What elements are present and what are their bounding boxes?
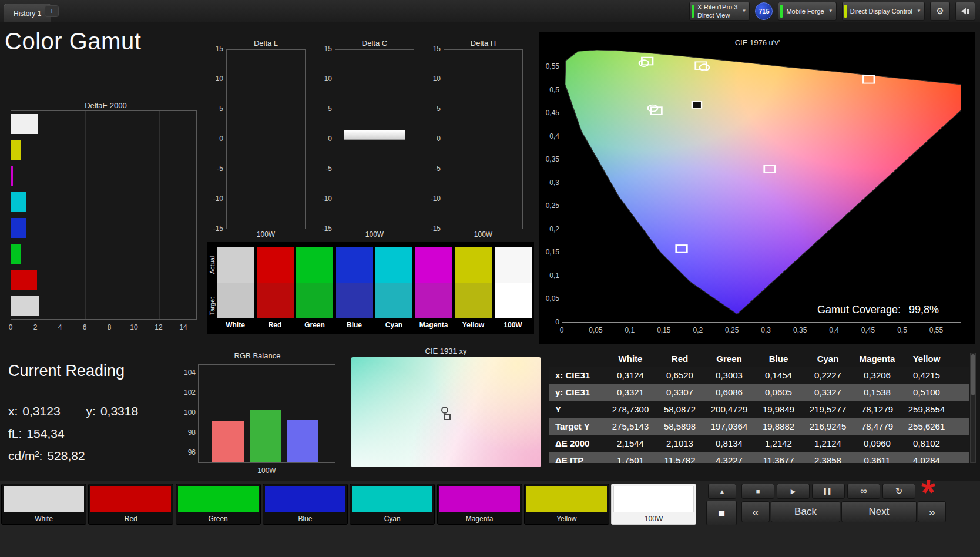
delta-gridline [335, 170, 414, 170]
delta-gridline [444, 200, 522, 200]
table-cell: 278,7300 [606, 401, 655, 418]
table-scrollbar[interactable] [970, 353, 976, 463]
page-title: Color Gamut [5, 28, 141, 55]
cie-x-tick-label: 0,1 [618, 326, 642, 334]
y-value: 0,3318 [100, 404, 138, 418]
delta-gridline [227, 170, 305, 170]
swatch-column-label: Red [257, 321, 294, 329]
actual-swatch [336, 247, 373, 283]
deltae-x-tick-label: 4 [53, 323, 67, 331]
pattern-swatch [526, 486, 607, 512]
pattern-window-button[interactable]: ■ [706, 501, 737, 525]
delta-y-tick-label: -15 [316, 224, 332, 233]
table-row-label: ΔE 2000 [549, 435, 606, 452]
table-scrollbar-thumb[interactable] [971, 354, 975, 395]
table-cell: 0,5100 [902, 384, 951, 401]
target-swatch [495, 283, 532, 318]
add-tab-button[interactable]: + [45, 5, 59, 17]
settings-button[interactable]: ⚙ [930, 2, 950, 21]
table-cell: 52 [951, 401, 969, 418]
actual-swatch [217, 247, 254, 283]
pattern-button-100w[interactable]: 100W [611, 484, 696, 525]
transport-infinity-button[interactable]: ∞ [847, 484, 880, 499]
chart-title: Delta L [226, 39, 306, 48]
cie-x-tick-label: 0,05 [584, 326, 608, 334]
delta-h-chart: Delta H 100W 151050-5-10-15 [424, 39, 525, 241]
table-header-cell: Magenta [853, 351, 902, 367]
delta-plot-area [226, 49, 306, 229]
delta-y-tick-label: 0 [424, 135, 441, 143]
bottom-bar: ▲ ■ « Back Next » * WhiteRedGreenBlueCya… [0, 481, 980, 557]
deltae-bar-magenta [11, 166, 13, 186]
deltae-x-tick-label: 8 [102, 323, 116, 331]
table-cell: 0,3307 [655, 384, 704, 401]
rgb-x-label: 100W [198, 467, 335, 475]
delta-gridline [444, 140, 522, 140]
rgb-bar-green [250, 410, 281, 462]
target-swatch [455, 283, 492, 318]
pattern-button-cyan[interactable]: Cyan [350, 484, 435, 525]
chart-title: CIE 1976 u'v' [539, 38, 975, 47]
pattern-button-blue[interactable]: Blue [263, 484, 348, 525]
xy-readout: x:0,3123y:0,3318 [8, 404, 138, 418]
swatch-column-magenta: Magenta [415, 242, 452, 334]
delta-gridline [227, 110, 305, 110]
chart-title: CIE 1931 xy [351, 347, 541, 355]
target-swatch [336, 283, 373, 318]
table-cell: 216,9245 [803, 418, 853, 435]
meter-dropdown[interactable]: X-Rite i1Pro 3 Direct View ▼ [689, 2, 750, 21]
pattern-button-magenta[interactable]: Magenta [437, 484, 522, 525]
pattern-button-label: Yellow [525, 515, 609, 523]
transport-stop-button[interactable]: ■ [741, 484, 774, 499]
transport-pause-button[interactable]: ▌▌ [812, 484, 845, 499]
swatch-column-label: Cyan [375, 321, 412, 329]
pattern-button-white[interactable]: White [1, 484, 86, 525]
table-cell: 0,3611 [853, 452, 902, 463]
back-chevron-button[interactable]: « [741, 501, 770, 522]
back-button[interactable]: Back [771, 501, 840, 522]
table-cell: 0,3124 [606, 367, 655, 384]
x-label: x: [8, 404, 18, 418]
display-control-dropdown[interactable]: Direct Display Control ▼ [842, 2, 925, 21]
deltae-x-tick-label: 6 [78, 323, 92, 331]
pattern-swatch [265, 486, 345, 512]
cie-x-tick-label: 0,55 [924, 326, 948, 334]
pattern-button-red[interactable]: Red [88, 484, 173, 525]
pattern-source-dropdown[interactable]: Mobile Forge ▼ [778, 2, 836, 21]
table-cell: 0,0605 [754, 384, 803, 401]
pattern-button-yellow[interactable]: Yellow [524, 484, 609, 525]
delta-gridline [335, 80, 414, 80]
transport-play-button[interactable]: ▶ [777, 484, 810, 499]
patch-count-badge[interactable]: 715 [755, 2, 773, 20]
actual-swatch [415, 247, 452, 283]
table-cell: 19,8882 [754, 418, 803, 435]
cie-x-tick-label: 0,3 [754, 326, 778, 334]
next-button[interactable]: Next [841, 501, 917, 522]
pattern-swatch [439, 486, 520, 512]
delta-y-tick-label: -5 [316, 165, 332, 173]
transport-loop-button[interactable]: ↻ [882, 484, 915, 499]
pattern-up-button[interactable]: ▲ [708, 484, 736, 499]
table-header-cell: 1 [951, 351, 969, 367]
actual-row-label: Actual [209, 244, 216, 286]
fl-readout: fL:154,34 [8, 427, 65, 441]
gamut-coverage-label: Gamut Coverage: [817, 304, 901, 316]
cie-y-tick-label: 0,15 [541, 248, 559, 256]
pattern-button-green[interactable]: Green [176, 484, 261, 525]
y-label: y: [86, 404, 96, 418]
cie-y-tick-label: 0,25 [541, 202, 559, 210]
delta-gridline [227, 140, 305, 140]
rgb-balance-chart: RGB Balance 100W 1041021009896 [178, 351, 337, 476]
cie-y-tick-label: 0,1 [541, 271, 559, 280]
table-cell: 4,0284 [902, 452, 951, 463]
swatch-column-label: Yellow [455, 321, 492, 329]
table-cell: 1,7501 [606, 452, 655, 463]
mute-button[interactable] [955, 2, 975, 21]
pattern-button-label: Red [89, 515, 173, 523]
chart-title: DeltaE 2000 [6, 101, 206, 110]
table-cell: 11,3677 [754, 452, 803, 463]
cie-1976-plot-area [562, 50, 961, 323]
gamut-coverage-value: 99,8% [909, 304, 939, 316]
gear-icon: ⚙ [936, 6, 944, 16]
history-tab-label: History 1 [14, 9, 41, 18]
